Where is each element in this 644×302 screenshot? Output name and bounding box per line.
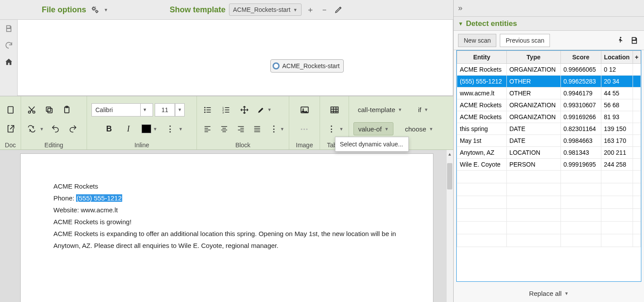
svg-rect-12	[207, 107, 211, 108]
doc-line-3: Website: www.acme.lt	[54, 204, 400, 216]
cell-entity: www.acme.lt	[457, 87, 507, 99]
align-center-icon[interactable]	[218, 123, 230, 135]
undo-icon[interactable]	[49, 123, 62, 135]
cell-location: 81 93	[601, 111, 633, 123]
svg-rect-35	[255, 130, 260, 130]
more-inline-icon[interactable]: ⋮	[164, 123, 177, 135]
image-more-icon[interactable]: ⋯	[298, 123, 311, 135]
run-icon[interactable]	[615, 35, 626, 46]
svg-rect-22	[204, 128, 208, 128]
align-left-icon[interactable]	[201, 123, 214, 135]
more-block-icon[interactable]: ⋮	[268, 123, 280, 135]
table-row	[457, 209, 641, 222]
paste-icon[interactable]	[61, 104, 73, 116]
numbered-list-icon[interactable]: 123	[220, 104, 232, 116]
table-row[interactable]: Wile E. CoyotePERSON0.99919695244 258	[457, 159, 641, 171]
show-template-label: Show template	[170, 5, 226, 15]
highlighter-icon[interactable]: ▼	[257, 106, 272, 114]
cut-icon[interactable]	[25, 104, 38, 116]
table-row[interactable]: ACME RocketsORGANIZATION0.996660650 12	[457, 64, 641, 76]
cell-location: 20 34	[601, 76, 633, 87]
doc-page-icon[interactable]	[4, 104, 16, 116]
font-family-select[interactable]: Calibri ▼	[91, 103, 153, 116]
table-row[interactable]: Anytown, AZLOCATION0.981343200 211	[457, 147, 641, 159]
font-size-select[interactable]: 11	[155, 103, 175, 116]
col-location[interactable]: Location	[601, 51, 633, 64]
pencil-icon[interactable]	[333, 4, 344, 15]
template-selector[interactable]: ACME_Rockets-start ▼	[229, 4, 302, 16]
template-canvas[interactable]: ACME_Rockets-start	[18, 20, 453, 96]
save-scan-icon[interactable]	[629, 35, 640, 46]
svg-point-4	[33, 111, 35, 113]
image-icon[interactable]	[298, 104, 311, 116]
right-panel-collapse[interactable]: »	[454, 0, 644, 17]
home-icon[interactable]	[4, 58, 13, 66]
minus-icon[interactable]: －	[319, 4, 330, 15]
table-row[interactable]: (555) 555-1212OTHER0.9962528320 34	[457, 76, 641, 87]
table-more-icon[interactable]: ⋮	[325, 123, 338, 135]
cell-location: 0 12	[601, 64, 633, 76]
file-options-caret-icon[interactable]: ▼	[104, 7, 108, 12]
col-type[interactable]: Type	[506, 51, 560, 64]
col-entity[interactable]: Entity	[457, 51, 507, 64]
plus-icon[interactable]: ＋	[305, 4, 316, 15]
svg-rect-26	[222, 128, 226, 128]
value-of-button[interactable]: value-of▼	[353, 122, 393, 135]
replace-all-button[interactable]: Replace all▼	[529, 290, 568, 297]
bulleted-list-icon[interactable]	[201, 104, 214, 116]
call-template-caret-icon: ▼	[398, 107, 402, 112]
save-icon[interactable]	[4, 24, 13, 33]
document-scroll[interactable]: ACME Rockets Phone: (555) 555-1212 Websi…	[0, 150, 453, 302]
svg-rect-34	[255, 128, 260, 128]
scrollbar-track[interactable]: ▲	[446, 150, 453, 302]
svg-rect-32	[240, 131, 244, 132]
template-selected-value: ACME_Rockets-start	[233, 6, 291, 13]
doc-insert-icon[interactable]	[4, 123, 16, 135]
scrollbar-thumb[interactable]	[447, 163, 452, 189]
table-more-caret-icon[interactable]: ▼	[339, 127, 344, 131]
find-replace-icon[interactable]	[25, 123, 38, 135]
bold-button[interactable]: B	[103, 123, 115, 135]
value-of-caret-icon: ▼	[384, 127, 389, 131]
table-row[interactable]: ACME RocketsORGANIZATION0.9931060756 68	[457, 99, 641, 111]
more-inline-caret-icon[interactable]: ▼	[178, 127, 183, 131]
entities-table[interactable]: Entity Type Score Location + ACME Rocket…	[456, 50, 641, 282]
right-panel-header[interactable]: ▼ Detect entities	[454, 17, 644, 31]
if-button[interactable]: if▼	[414, 103, 433, 116]
col-add[interactable]: +	[633, 51, 640, 64]
group-label-inline: Inline	[91, 140, 192, 149]
more-block-caret-icon[interactable]: ▼	[280, 127, 284, 131]
col-score[interactable]: Score	[560, 51, 601, 64]
find-caret-icon[interactable]: ▼	[40, 127, 44, 131]
table-icon[interactable]	[328, 104, 341, 116]
font-size-caret[interactable]: ▼	[175, 103, 185, 116]
document-page[interactable]: ACME Rockets Phone: (555) 555-1212 Websi…	[20, 153, 433, 302]
table-row[interactable]: this springDATE0.82301164139 150	[457, 123, 641, 135]
refresh-icon[interactable]	[4, 41, 13, 50]
align-right-icon[interactable]	[235, 123, 247, 135]
gears-icon[interactable]	[90, 4, 100, 15]
svg-rect-13	[207, 109, 211, 110]
redo-icon[interactable]	[67, 123, 79, 135]
table-row	[457, 222, 641, 234]
value-of-popup[interactable]: Select dynamic value...	[335, 137, 409, 152]
tab-new-scan[interactable]: New scan	[458, 34, 496, 47]
table-row[interactable]: May 1stDATE0.9984663163 170	[457, 135, 641, 147]
table-row[interactable]: www.acme.ltOTHER0.994617944 55	[457, 87, 641, 99]
scroll-up-icon[interactable]: ▲	[446, 150, 453, 158]
tab-previous-scan[interactable]: Previous scan	[500, 34, 550, 47]
replace-all-caret-icon: ▼	[564, 291, 569, 296]
svg-rect-19	[225, 109, 229, 110]
call-template-button[interactable]: call-template▼	[353, 103, 407, 116]
move-icon[interactable]	[238, 104, 251, 116]
canvas-node[interactable]: ACME_Rockets-start	[270, 59, 344, 73]
font-color-button[interactable]: ▼	[142, 124, 157, 133]
align-justify-icon[interactable]	[251, 123, 263, 135]
italic-button[interactable]: I	[122, 123, 135, 135]
copy-icon[interactable]	[43, 104, 55, 116]
choose-button[interactable]: choose▼	[400, 122, 437, 135]
cell-entity: this spring	[457, 123, 507, 135]
cell-location: 56 68	[601, 99, 633, 111]
table-row[interactable]: ACME RocketsORGANIZATION0.9916926681 93	[457, 111, 641, 123]
cell-score: 0.99666065	[560, 64, 601, 76]
